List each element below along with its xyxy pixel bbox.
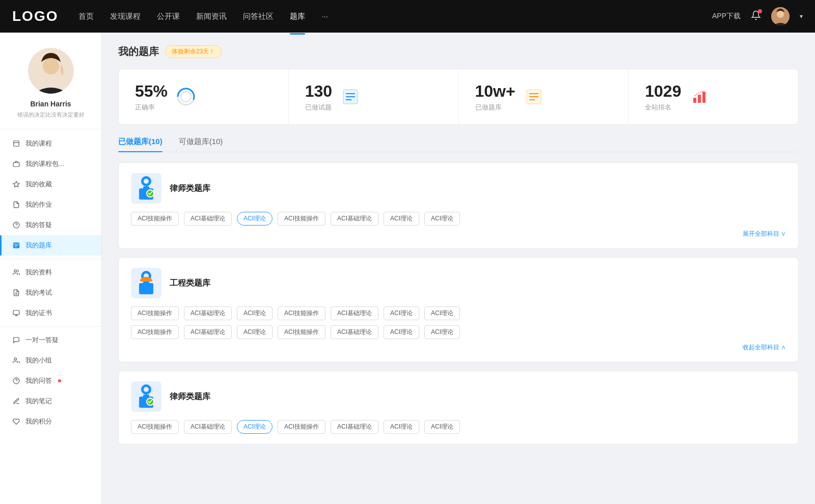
tag-1-1[interactable]: ACI基础理论 [184, 212, 232, 226]
sidebar-label-favorites: 我的收藏 [25, 180, 52, 189]
done-questions-icon [340, 87, 361, 107]
tag-2-6[interactable]: ACI理论 [424, 306, 460, 320]
sidebar-item-my-data[interactable]: 我的资料 [0, 262, 101, 283]
tag-2-0[interactable]: ACI技能操作 [131, 306, 179, 320]
svg-rect-35 [698, 95, 701, 103]
tag-1-0[interactable]: ACI技能操作 [131, 212, 179, 226]
tag-2-11[interactable]: ACI基础理论 [331, 325, 378, 339]
sidebar-item-my-qa[interactable]: 我的答疑 [0, 215, 101, 235]
nav-more[interactable]: ··· [321, 10, 328, 23]
homework-icon [12, 201, 20, 209]
engineer-icon [131, 268, 161, 298]
sidebar-avatar[interactable] [28, 48, 74, 94]
my-qa-icon [12, 221, 20, 229]
tag-2-10[interactable]: ACI技能操作 [278, 325, 325, 339]
tag-1-5[interactable]: ACI理论 [384, 212, 419, 226]
nav-home[interactable]: 首页 [78, 10, 94, 23]
sidebar-motto: 错误的决定比没有决定要好 [17, 111, 85, 119]
avatar-image [771, 7, 790, 25]
nav-bank[interactable]: 题库 [290, 10, 305, 23]
tag-2-8[interactable]: ACI基础理论 [184, 325, 232, 339]
stat-banks-text: 10w+ 已做题库 [475, 81, 515, 112]
sidebar-item-favorites[interactable]: 我的收藏 [0, 174, 101, 194]
tag-3-4[interactable]: ACI基础理论 [331, 420, 378, 434]
tabs-row: 已做题库(10) 可做题库(10) [118, 137, 799, 152]
nav-open-course[interactable]: 公开课 [157, 10, 180, 23]
my-points-icon [12, 417, 20, 426]
stat-rank-label: 全站排名 [645, 103, 681, 112]
svg-rect-6 [13, 162, 19, 166]
stat-correct-text: 55% 正确率 [135, 81, 168, 112]
tag-2-3[interactable]: ACI技能操作 [278, 306, 325, 320]
tag-1-4[interactable]: ACI基础理论 [331, 212, 378, 226]
tag-2-13[interactable]: ACI理论 [424, 325, 460, 339]
sidebar-item-my-courses[interactable]: 我的课程 [0, 133, 101, 154]
tag-1-3[interactable]: ACI技能操作 [278, 212, 325, 226]
tag-2-12[interactable]: ACI理论 [384, 325, 419, 339]
tag-2-7[interactable]: ACI技能操作 [131, 325, 179, 339]
sidebar-label-one-one: 一对一答疑 [25, 335, 59, 345]
expand-link-1[interactable]: 展开全部科目 ∨ [131, 230, 786, 238]
tag-1-6[interactable]: ACI理论 [424, 212, 460, 226]
page-header: 我的题库 体验剩余23天！ [118, 45, 799, 59]
svg-point-48 [144, 387, 149, 392]
sidebar-label-group: 我的小组 [25, 356, 52, 365]
stat-site-rank: 1029 全站排名 [629, 69, 798, 124]
svg-marker-7 [13, 181, 19, 187]
svg-rect-50 [143, 395, 149, 399]
tag-2-1[interactable]: ACI基础理论 [184, 306, 232, 320]
my-bank-icon [12, 241, 20, 249]
bank-card-lawyer-2: 律师类题库 ACI技能操作 ACI基础理论 ACI理论 ACI技能操作 ACI基… [118, 371, 799, 444]
user-menu-chevron[interactable]: ▾ [800, 13, 803, 20]
tag-2-4[interactable]: ACI基础理论 [331, 306, 378, 320]
tag-1-2[interactable]: ACI理论 [237, 212, 273, 226]
tab-done-banks[interactable]: 已做题库(10) [118, 137, 162, 152]
sidebar-item-my-notes[interactable]: 我的笔记 [0, 391, 101, 411]
sidebar-item-my-bank[interactable]: 我的题库 [0, 235, 101, 256]
sidebar-divider-2 [0, 326, 101, 327]
navbar-right: APP下载 ▾ [712, 7, 803, 25]
nav-qa[interactable]: 问答社区 [243, 10, 274, 23]
svg-point-20 [14, 358, 17, 360]
tags-row-2-1: ACI技能操作 ACI基础理论 ACI理论 ACI技能操作 ACI基础理论 AC… [131, 306, 786, 320]
sidebar-label-answers: 我的问答 [25, 376, 52, 385]
tag-2-5[interactable]: ACI理论 [384, 306, 419, 320]
sidebar-item-my-cert[interactable]: 我的证书 [0, 303, 101, 323]
tag-3-1[interactable]: ACI基础理论 [184, 420, 232, 434]
sidebar-label-bank: 我的题库 [25, 241, 52, 250]
avatar[interactable] [771, 7, 790, 25]
tag-3-3[interactable]: ACI技能操作 [278, 420, 325, 434]
svg-rect-17 [13, 311, 19, 315]
nav-discover[interactable]: 发现课程 [110, 10, 141, 23]
sidebar-label-notes: 我的笔记 [25, 397, 52, 406]
sidebar-item-my-exam[interactable]: 我的考试 [0, 283, 101, 303]
nav-menu: 首页 发现课程 公开课 新闻资讯 问答社区 题库 ··· [78, 10, 712, 23]
tag-3-0[interactable]: ACI技能操作 [131, 420, 179, 434]
tag-3-5[interactable]: ACI理论 [384, 420, 419, 434]
sidebar-item-one-one-qa[interactable]: 一对一答疑 [0, 330, 101, 350]
tag-2-2[interactable]: ACI理论 [237, 306, 273, 320]
tags-row-2-2: ACI技能操作 ACI基础理论 ACI理论 ACI技能操作 ACI基础理论 AC… [131, 325, 786, 339]
sidebar-item-homework[interactable]: 我的作业 [0, 194, 101, 215]
my-notes-icon [12, 397, 20, 405]
notification-bell[interactable] [751, 10, 761, 22]
app-download-link[interactable]: APP下载 [712, 12, 741, 21]
svg-rect-34 [693, 98, 696, 103]
sidebar-item-my-points[interactable]: 我的积分 [0, 411, 101, 432]
tags-row-3: ACI技能操作 ACI基础理论 ACI理论 ACI技能操作 ACI基础理论 AC… [131, 420, 786, 434]
nav-news[interactable]: 新闻资讯 [196, 10, 227, 23]
sidebar-item-my-answers[interactable]: 我的问答 [0, 371, 101, 391]
sidebar-item-my-group[interactable]: 我的小组 [0, 350, 101, 371]
logo: LOGO [12, 8, 58, 24]
tag-3-2[interactable]: ACI理论 [237, 420, 273, 434]
my-group-icon [12, 356, 20, 365]
tab-available-banks[interactable]: 可做题库(10) [179, 137, 223, 152]
stats-row: 55% 正确率 130 已做试题 [118, 69, 799, 125]
tag-3-6[interactable]: ACI理论 [424, 420, 460, 434]
sidebar-item-course-packs[interactable]: 我的课程包... [0, 154, 101, 174]
stat-correct-rate: 55% 正确率 [119, 69, 289, 124]
collapse-link-2[interactable]: 收起全部科目 ∧ [131, 343, 786, 352]
bank-card-header-3: 律师类题库 [131, 381, 786, 412]
sidebar-label-exam: 我的考试 [25, 288, 52, 297]
tag-2-9[interactable]: ACI理论 [237, 325, 273, 339]
